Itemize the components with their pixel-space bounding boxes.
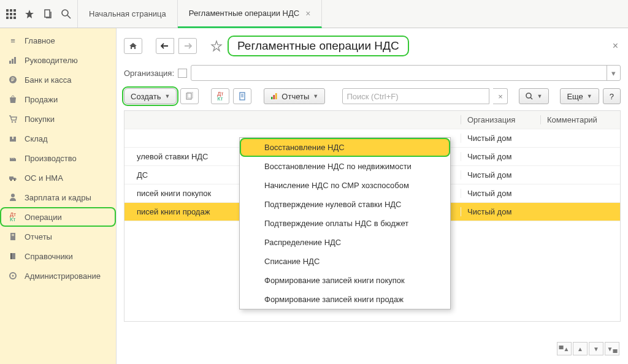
svg-rect-26: [10, 233, 15, 240]
home-button[interactable]: [124, 38, 142, 54]
more-button[interactable]: Еще▼: [560, 88, 599, 104]
sidebar-item-sales[interactable]: Продажи: [0, 89, 116, 109]
chart-icon: [7, 55, 18, 66]
tab-start-page[interactable]: Начальная страница: [78, 0, 178, 28]
search-input[interactable]: Поиск (Ctrl+F): [342, 88, 489, 104]
search-button[interactable]: ▼: [519, 88, 549, 104]
sidebar-item-reports[interactable]: Отчеты: [0, 227, 116, 246]
dropdown-item[interactable]: Восстановление НДС по недвижимости: [240, 157, 450, 176]
dropdown-item[interactable]: Восстановление НДС: [240, 138, 450, 157]
star-icon[interactable]: [25, 9, 34, 19]
sidebar-item-admin[interactable]: Администрирование: [0, 266, 116, 286]
header-cell-org[interactable]: Организация: [461, 115, 540, 124]
list-icon: ≡: [7, 35, 18, 46]
org-select[interactable]: ▾: [191, 65, 621, 81]
sidebar-item-manager[interactable]: Руководителю: [0, 50, 116, 70]
help-button[interactable]: ?: [603, 88, 621, 104]
dropdown-item[interactable]: Списание НДС: [240, 252, 450, 271]
sidebar-item-assets[interactable]: ОС и НМА: [0, 168, 116, 188]
button-label: Отчеты: [281, 92, 309, 101]
org-label: Организация:: [124, 69, 174, 78]
caret-down-icon: ▼: [537, 93, 542, 99]
sidebar-item-bank[interactable]: ₽Банк и касса: [0, 70, 116, 89]
svg-rect-42: [275, 93, 277, 99]
nav-back-button[interactable]: [156, 38, 174, 54]
dropdown-item-label: Подтверждение оплаты НДС в бюджет: [264, 219, 408, 228]
dropdown-item[interactable]: Подтверждение оплаты НДС в бюджет: [240, 214, 450, 233]
dropdown-item[interactable]: Начисление НДС по СМР хозспособом: [240, 176, 450, 195]
svg-rect-10: [45, 10, 50, 17]
svg-rect-21: [12, 137, 13, 139]
caret-down-icon: ▼: [164, 93, 170, 99]
sidebar-label: Администрирование: [25, 271, 101, 281]
book-icon: [7, 251, 18, 262]
close-page-icon[interactable]: ×: [613, 40, 618, 51]
sidebar-item-purchases[interactable]: Покупки: [0, 109, 116, 129]
svg-marker-9: [25, 10, 34, 18]
sidebar-item-catalogs[interactable]: Справочники: [0, 246, 116, 266]
close-tab-icon[interactable]: ×: [305, 9, 310, 18]
history-icon[interactable]: [43, 9, 53, 19]
dropdown-item-label: Подтверждение нулевой ставки НДС: [264, 200, 402, 209]
svg-rect-3: [6, 13, 9, 15]
search-icon[interactable]: [61, 9, 71, 19]
dropdown-item[interactable]: Формирование записей книги продаж: [240, 290, 450, 309]
svg-rect-14: [12, 59, 13, 64]
sidebar-label: Склад: [25, 134, 48, 143]
main-layout: ≡Главное Руководителю ₽Банк и касса Прод…: [0, 28, 628, 364]
cell: Чистый дом: [461, 170, 540, 180]
sidebar-label: Справочники: [25, 252, 73, 261]
caret-down-icon: ▼: [587, 93, 592, 99]
report-icon: [7, 231, 18, 242]
sidebar-item-operations[interactable]: ДтКтОперации: [0, 207, 116, 227]
svg-rect-40: [271, 97, 273, 99]
title-row: Регламентные операции НДС ×: [124, 36, 621, 56]
svg-rect-13: [9, 61, 11, 64]
org-checkbox[interactable]: [178, 69, 187, 78]
sidebar-label: Продажи: [25, 95, 58, 104]
svg-rect-2: [13, 9, 16, 12]
dropdown-item-label: Восстановление НДС по недвижимости: [264, 162, 412, 171]
search-clear-button[interactable]: ×: [493, 88, 508, 104]
tab-vat-operations[interactable]: Регламентные операции НДС ×: [178, 0, 323, 28]
nav-forward-button[interactable]: [178, 38, 197, 54]
nav-up-button[interactable]: ▲: [573, 342, 588, 355]
dkt-button[interactable]: ДтКт: [211, 88, 229, 104]
button-label: Еще: [567, 92, 583, 101]
create-button[interactable]: Создать▼: [124, 88, 177, 104]
nav-first-button[interactable]: ▀▲: [557, 342, 572, 355]
sidebar-label: Операции: [25, 213, 62, 222]
search-placeholder: Поиск (Ctrl+F): [347, 92, 398, 101]
favorite-star-icon[interactable]: [210, 40, 223, 52]
cell: Чистый дом: [461, 207, 540, 216]
create-dropdown: Восстановление НДС Восстановление НДС по…: [239, 137, 451, 309]
sidebar-item-production[interactable]: Производство: [0, 148, 116, 168]
svg-rect-36: [240, 93, 245, 100]
svg-line-44: [530, 97, 532, 99]
sidebar-item-main[interactable]: ≡Главное: [0, 31, 116, 50]
sidebar-label: Руководителю: [25, 56, 78, 65]
dropdown-item[interactable]: Распределение НДС: [240, 233, 450, 252]
page-title: Регламентные операции НДС: [228, 36, 409, 56]
factory-icon: [7, 153, 18, 164]
box-icon: [7, 133, 18, 144]
dropdown-item[interactable]: Подтверждение нулевой ставки НДС: [240, 195, 450, 214]
svg-rect-0: [6, 9, 9, 12]
dropdown-item[interactable]: Формирование записей книги покупок: [240, 271, 450, 290]
svg-text:₽: ₽: [11, 77, 15, 83]
svg-rect-30: [10, 253, 12, 259]
sidebar-label: Главное: [25, 36, 55, 45]
apps-grid-icon[interactable]: [6, 9, 16, 19]
nav-down-button[interactable]: ▼: [589, 342, 603, 355]
svg-rect-7: [10, 17, 12, 19]
copy-button[interactable]: [180, 88, 199, 104]
header-cell-comment[interactable]: Комментарий: [540, 115, 620, 124]
sidebar-item-warehouse[interactable]: Склад: [0, 129, 116, 148]
chevron-down-icon: ▾: [607, 66, 620, 80]
svg-marker-33: [212, 41, 221, 51]
reports-button[interactable]: Отчеты▼: [264, 88, 325, 104]
nav-last-button[interactable]: ▼▄: [605, 342, 619, 355]
sidebar-item-hr[interactable]: Зарплата и кадры: [0, 188, 116, 207]
svg-rect-22: [9, 176, 13, 180]
document-button[interactable]: [233, 88, 251, 104]
